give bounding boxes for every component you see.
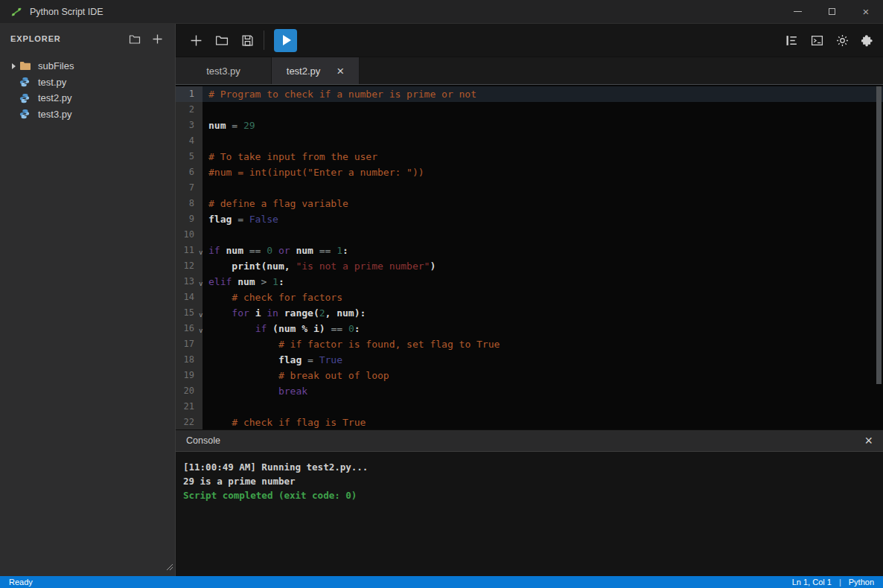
code-line-3[interactable]: 3num = 29 [176, 118, 883, 133]
line-number: 7 [176, 180, 203, 196]
close-icon: × [863, 5, 870, 18]
line-number: 5 [176, 149, 203, 164]
main-area: test3.py test2.py × 1# Program to check … [176, 24, 883, 576]
explorer-header: EXPLORER [0, 24, 175, 54]
code-line-6[interactable]: 6#num = int(input("Enter a number: ")) [176, 164, 883, 180]
code-text: # check if flag is True [203, 415, 883, 429]
code-line-14[interactable]: 14 # check for factors [176, 290, 883, 305]
code-line-16[interactable]: 16v if (num % i) == 0: [176, 321, 883, 336]
console-close-icon[interactable]: × [864, 434, 873, 447]
window-controls: × [780, 0, 883, 23]
code-line-11[interactable]: 11vif num == 0 or num == 1: [176, 243, 883, 258]
line-number: 10 [176, 227, 203, 243]
tab-label: test3.py [206, 65, 240, 77]
code-line-22[interactable]: 22 # check if flag is True [176, 415, 883, 429]
tab-label: test2.py [287, 65, 321, 77]
code-line-12[interactable]: 12 print(num, "is not a prime number") [176, 258, 883, 274]
console-line: 29 is a prime number [183, 474, 876, 488]
tab-test3[interactable]: test3.py [176, 57, 272, 84]
theme-sun-icon[interactable] [836, 34, 849, 47]
code-line-20[interactable]: 20 break [176, 383, 883, 399]
terminal-icon[interactable] [811, 34, 823, 47]
content-area: EXPLORER subFilestest.pytest2.pytest3.py [0, 24, 883, 576]
line-number: 14 [176, 290, 203, 305]
run-button[interactable] [274, 29, 297, 52]
format-list-icon[interactable] [785, 34, 798, 47]
code-text [203, 180, 883, 196]
code-text: if num == 0 or num == 1: [203, 243, 883, 258]
code-text: # Program to check if a number is prime … [203, 86, 883, 102]
line-number: 20 [176, 383, 203, 399]
extensions-puzzle-icon[interactable] [861, 34, 874, 47]
python-file-icon [19, 109, 33, 119]
code-line-7[interactable]: 7 [176, 180, 883, 196]
code-line-13[interactable]: 13velif num > 1: [176, 274, 883, 290]
folder-icon [19, 61, 33, 71]
code-line-9[interactable]: 9flag = False [176, 211, 883, 227]
new-file-plus-icon[interactable] [152, 33, 163, 45]
line-number: 16v [176, 321, 203, 336]
code-line-10[interactable]: 10 [176, 227, 883, 243]
new-file-plus-icon[interactable] [190, 34, 203, 47]
code-line-5[interactable]: 5# To take input from the user [176, 149, 883, 164]
status-right-group: Ln 1, Col 1 | Python [792, 578, 874, 587]
code-line-8[interactable]: 8# define a flag variable [176, 196, 883, 211]
console-panel: Console × [11:00:49 AM] Running test2.py… [176, 429, 883, 576]
console-header: Console × [176, 429, 883, 452]
file-item-subFiles[interactable]: subFiles [0, 58, 175, 74]
tab-bar: test3.py test2.py × [176, 57, 883, 84]
code-line-4[interactable]: 4 [176, 133, 883, 149]
code-editor[interactable]: 1# Program to check if a number is prime… [176, 84, 883, 429]
line-number: 1 [176, 86, 203, 102]
code-text: flag = True [203, 352, 883, 368]
code-line-19[interactable]: 19 # break out of loop [176, 368, 883, 383]
file-item-test3-py[interactable]: test3.py [0, 106, 175, 123]
console-line: Script completed (exit code: 0) [183, 488, 876, 502]
app-logo-icon [10, 6, 22, 18]
title-bar: Python Script IDE × [0, 0, 883, 24]
code-line-17[interactable]: 17 # if factor is found, set flag to Tru… [176, 336, 883, 352]
code-text: if (num % i) == 0: [203, 321, 883, 336]
status-language[interactable]: Python [849, 578, 874, 587]
code-line-2[interactable]: 2 [176, 102, 883, 118]
toolbar-left-group [190, 34, 254, 47]
code-line-15[interactable]: 15v for i in range(2, num): [176, 305, 883, 321]
file-item-test2-py[interactable]: test2.py [0, 90, 175, 106]
file-label: subFiles [38, 60, 74, 71]
code-text: for i in range(2, num): [203, 305, 883, 321]
line-number: 3 [176, 118, 203, 133]
minimize-button[interactable] [780, 0, 815, 23]
maximize-icon [829, 8, 835, 15]
status-cursor-position[interactable]: Ln 1, Col 1 [792, 578, 832, 587]
toolbar-right-group [785, 34, 874, 47]
code-text: print(num, "is not a prime number") [203, 258, 883, 274]
code-line-1[interactable]: 1# Program to check if a number is prime… [176, 86, 883, 102]
editor-scrollbar[interactable] [876, 86, 882, 384]
save-icon[interactable] [241, 34, 254, 47]
code-text: num = 29 [203, 118, 883, 133]
line-number: 18 [176, 352, 203, 368]
close-button[interactable]: × [849, 0, 883, 23]
toolbar-separator [264, 31, 264, 50]
app-window: Python Script IDE × EXPLORER [0, 0, 883, 588]
line-number: 19 [176, 368, 203, 383]
chevron-right-icon [7, 63, 19, 69]
code-line-21[interactable]: 21 [176, 399, 883, 415]
code-line-18[interactable]: 18 flag = True [176, 352, 883, 368]
file-item-test-py[interactable]: test.py [0, 74, 175, 91]
open-folder-icon[interactable] [215, 34, 229, 46]
line-number: 2 [176, 102, 203, 118]
console-title: Console [186, 435, 220, 446]
explorer-title: EXPLORER [10, 34, 61, 43]
code-text: elif num > 1: [203, 274, 883, 290]
status-ready: Ready [9, 578, 33, 587]
console-line: [11:00:49 AM] Running test2.py... [183, 460, 876, 474]
open-folder-icon[interactable] [129, 33, 141, 45]
code-text: # To take input from the user [203, 149, 883, 164]
tab-test2[interactable]: test2.py × [272, 57, 360, 84]
line-number: 9 [176, 211, 203, 227]
resize-grip-icon[interactable] [165, 560, 173, 574]
tab-close-icon[interactable]: × [337, 65, 344, 77]
line-number: 13v [176, 274, 203, 290]
maximize-button[interactable] [815, 0, 849, 23]
